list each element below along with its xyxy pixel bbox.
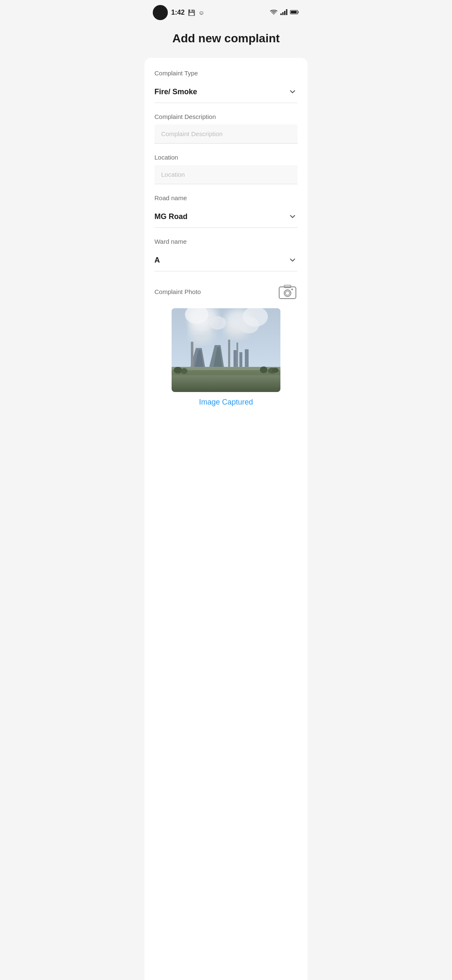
complaint-type-select[interactable]: Fire/ Smoke [154,81,298,103]
location-input[interactable] [154,165,298,184]
status-time: 1:42 [171,9,185,16]
ward-name-chevron-icon [288,255,298,265]
svg-point-30 [181,368,187,374]
svg-rect-24 [245,349,249,367]
complaint-type-group: Complaint Type Fire/ Smoke [154,70,298,103]
svg-rect-25 [191,342,193,368]
svg-rect-23 [239,352,242,367]
complaint-type-chevron-icon [288,87,298,97]
form-container: Complaint Type Fire/ Smoke Complaint Des… [144,58,308,980]
svg-point-31 [260,366,267,373]
svg-rect-22 [234,350,237,367]
road-name-select[interactable]: MG Road [154,206,298,228]
road-name-label: Road name [154,194,298,201]
svg-rect-26 [228,340,230,367]
complaint-description-input[interactable] [154,124,298,144]
location-group: Location [154,154,298,184]
image-captured-text: Image Captured [199,398,253,407]
svg-rect-1 [282,12,284,15]
road-name-value: MG Road [154,212,187,221]
location-label: Location [154,154,298,161]
complaint-description-label: Complaint Description [154,113,298,120]
complaint-photo-section: Complaint Photo [154,281,298,407]
ward-name-label: Ward name [154,238,298,245]
complaint-type-label: Complaint Type [154,70,298,77]
status-bar: 1:42 💾 ☺ [144,0,308,23]
sim-icon: 💾 [188,9,195,16]
svg-rect-5 [291,11,297,13]
page-title: Add new complaint [144,23,308,58]
camera-icon [279,283,296,300]
status-icons-right [270,9,299,16]
captured-photo [172,308,280,392]
complaint-photo-label: Complaint Photo [154,288,201,295]
svg-rect-3 [286,9,288,15]
app-icon [153,5,168,20]
photo-preview: Image Captured [154,308,298,407]
svg-rect-27 [236,343,238,367]
complaint-photo-header: Complaint Photo [154,281,298,302]
svg-rect-0 [280,13,282,15]
svg-point-10 [291,289,293,290]
ward-name-value: A [154,256,160,265]
road-name-chevron-icon [288,211,298,222]
ward-name-group: Ward name A [154,238,298,271]
notification-icon: ☺ [198,9,204,16]
complaint-type-value: Fire/ Smoke [154,88,197,96]
signal-icon [280,9,288,16]
ward-name-select[interactable]: A [154,249,298,271]
status-left: 1:42 💾 ☺ [153,5,204,20]
road-name-group: Road name MG Road [154,194,298,228]
battery-icon [290,9,299,16]
svg-point-8 [285,291,290,295]
svg-point-33 [272,368,279,373]
svg-point-20 [209,316,226,330]
svg-rect-2 [284,11,285,15]
svg-point-29 [174,367,182,374]
camera-button[interactable] [277,281,298,302]
wifi-icon [270,9,277,16]
complaint-description-group: Complaint Description [154,113,298,144]
